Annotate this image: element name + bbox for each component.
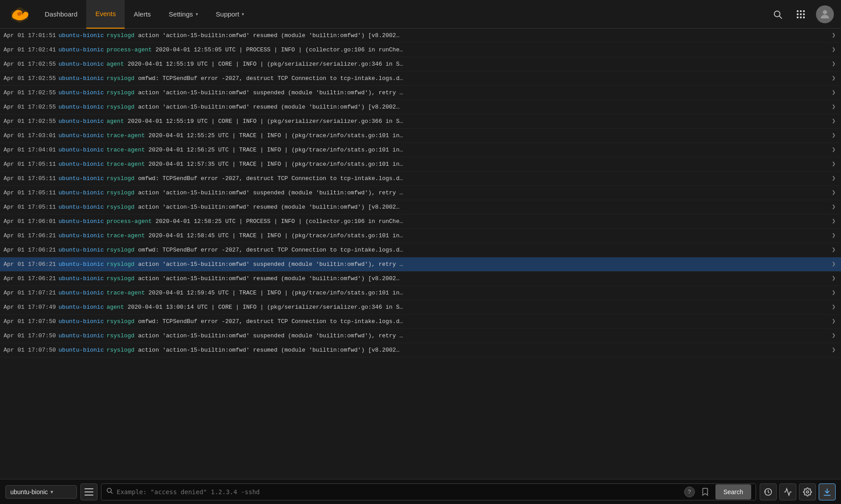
log-row[interactable]: Apr 01 17:07:21 ubuntu-bionic trace-agen… [0,286,841,300]
expand-icon[interactable]: ❯ [832,59,836,69]
log-message: action 'action-15-builtin:omfwd' suspend… [138,260,828,269]
expand-icon[interactable]: ❯ [832,302,836,312]
log-host: ubuntu-bionic [59,217,104,226]
expand-icon[interactable]: ❯ [832,202,836,212]
expand-icon[interactable]: ❯ [832,231,836,240]
expand-icon[interactable]: ❯ [832,274,836,283]
nav-right-actions [770,5,834,23]
nav-item-alerts[interactable]: Alerts [125,0,160,29]
log-row[interactable]: Apr 01 17:02:55 ubuntu-bionic rsyslogd a… [0,100,841,114]
host-selector[interactable]: ubuntu-bionic ▾ [5,485,77,499]
expand-icon[interactable]: ❯ [832,88,836,97]
expand-icon[interactable]: ❯ [832,145,836,155]
expand-icon[interactable]: ❯ [832,288,836,298]
log-host: ubuntu-bionic [59,74,104,83]
log-row[interactable]: Apr 01 17:05:11 ubuntu-bionic trace-agen… [0,157,841,172]
log-row[interactable]: Apr 01 17:02:41 ubuntu-bionic process-ag… [0,43,841,57]
log-row[interactable]: Apr 01 17:02:55 ubuntu-bionic rsyslogd o… [0,71,841,86]
log-message: action 'action-15-builtin:omfwd' suspend… [138,88,828,97]
search-input[interactable] [117,488,681,496]
expand-icon[interactable]: ❯ [832,102,836,112]
apps-button[interactable] [793,6,809,22]
expand-icon[interactable]: ❯ [832,331,836,340]
log-row[interactable]: Apr 01 17:02:55 ubuntu-bionic agent 2020… [0,114,841,129]
analytics-button[interactable] [779,483,796,500]
log-timestamp: Apr 01 17:06:21 [4,231,56,240]
download-button[interactable] [819,483,836,500]
log-host: ubuntu-bionic [59,317,104,326]
expand-icon[interactable]: ❯ [832,245,836,255]
settings-gear-button[interactable] [799,483,816,500]
nav-item-settings[interactable]: Settings ▾ [160,0,207,29]
log-host: ubuntu-bionic [59,103,104,112]
log-row[interactable]: Apr 01 17:07:50 ubuntu-bionic rsyslogd a… [0,329,841,343]
log-service: rsyslogd [106,260,134,269]
log-service: agent [106,60,124,69]
history-button[interactable] [760,483,777,500]
log-host: ubuntu-bionic [59,189,104,197]
log-message: 2020-04-01 12:57:35 UTC | TRACE | INFO |… [148,160,828,169]
log-row[interactable]: Apr 01 17:07:50 ubuntu-bionic rsyslogd o… [0,315,841,329]
log-row[interactable]: Apr 01 17:01:51 ubuntu-bionic rsyslogd a… [0,29,841,43]
expand-icon[interactable]: ❯ [832,45,836,55]
log-row[interactable]: Apr 01 17:03:01 ubuntu-bionic trace-agen… [0,129,841,143]
log-host: ubuntu-bionic [59,31,104,40]
log-service: agent [106,117,124,126]
expand-icon[interactable]: ❯ [832,174,836,183]
expand-icon[interactable]: ❯ [832,345,836,355]
log-row[interactable]: Apr 01 17:06:21 ubuntu-bionic rsyslogd a… [0,272,841,286]
expand-icon[interactable]: ❯ [832,160,836,169]
log-row[interactable]: Apr 01 17:07:50 ubuntu-bionic rsyslogd a… [0,343,841,357]
expand-icon[interactable]: ❯ [832,317,836,326]
log-container[interactable]: Apr 01 17:01:51 ubuntu-bionic rsyslogd a… [0,29,841,479]
log-row[interactable]: Apr 01 17:06:21 ubuntu-bionic rsyslogd o… [0,243,841,257]
expand-icon[interactable]: ❯ [832,260,836,269]
expand-icon[interactable]: ❯ [832,131,836,140]
log-timestamp: Apr 01 17:07:50 [4,317,56,326]
log-message: 2020-04-01 12:55:25 UTC | TRACE | INFO |… [148,131,828,140]
menu-button[interactable] [80,483,97,500]
log-row[interactable]: Apr 01 17:06:01 ubuntu-bionic process-ag… [0,214,841,229]
log-row[interactable]: Apr 01 17:02:55 ubuntu-bionic rsyslogd a… [0,86,841,100]
expand-icon[interactable]: ❯ [832,31,836,40]
expand-icon[interactable]: ❯ [832,74,836,83]
log-row[interactable]: Apr 01 17:06:21 ubuntu-bionic trace-agen… [0,229,841,243]
log-row[interactable]: Apr 01 17:05:11 ubuntu-bionic rsyslogd a… [0,186,841,200]
expand-icon[interactable]: ❯ [832,217,836,226]
log-timestamp: Apr 01 17:02:55 [4,117,56,126]
svg-rect-6 [84,495,93,496]
expand-icon[interactable]: ❯ [832,117,836,126]
log-row[interactable]: Apr 01 17:04:01 ubuntu-bionic trace-agen… [0,143,841,157]
logo[interactable] [7,4,32,25]
log-message: action 'action-15-builtin:omfwd' suspend… [138,189,828,197]
log-service: rsyslogd [106,174,134,183]
log-message: 2020-04-01 13:00:14 UTC | CORE | INFO | … [127,303,828,312]
search-help-button[interactable]: ? [684,487,695,497]
nav-item-support[interactable]: Support ▾ [207,0,253,29]
grid-icon [797,10,805,18]
log-row[interactable]: Apr 01 17:05:11 ubuntu-bionic rsyslogd a… [0,200,841,214]
log-service: rsyslogd [106,88,134,97]
bottom-actions [760,483,836,500]
log-row[interactable]: Apr 01 17:06:21 ubuntu-bionic rsyslogd a… [0,257,841,272]
expand-icon[interactable]: ❯ [832,188,836,197]
log-service: trace-agent [106,146,145,155]
log-host: ubuntu-bionic [59,332,104,340]
nav-item-events[interactable]: Events [86,0,125,29]
log-service: process-agent [106,217,151,226]
bookmark-button[interactable] [698,485,712,499]
log-host: ubuntu-bionic [59,289,104,298]
nav-item-dashboard[interactable]: Dashboard [36,0,86,29]
log-service: rsyslogd [106,31,134,40]
log-timestamp: Apr 01 17:02:55 [4,60,56,69]
search-button[interactable]: Search [715,484,751,500]
user-avatar[interactable] [816,5,834,23]
log-host: ubuntu-bionic [59,146,104,155]
log-host: ubuntu-bionic [59,131,104,140]
log-service: rsyslogd [106,274,134,283]
log-row[interactable]: Apr 01 17:07:49 ubuntu-bionic agent 2020… [0,300,841,315]
log-row[interactable]: Apr 01 17:02:55 ubuntu-bionic agent 2020… [0,57,841,71]
log-service: rsyslogd [106,346,134,355]
log-row[interactable]: Apr 01 17:05:11 ubuntu-bionic rsyslogd o… [0,172,841,186]
search-button[interactable] [770,6,786,22]
